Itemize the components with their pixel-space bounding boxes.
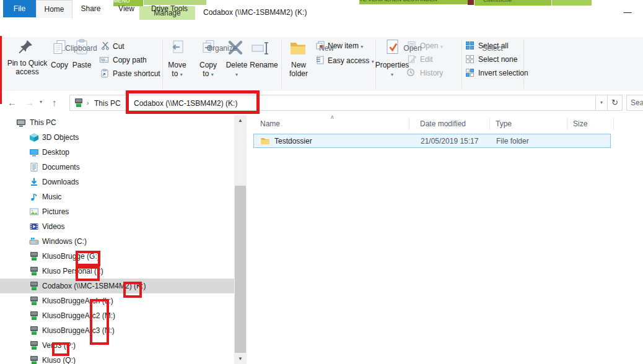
background-fragment-client: Cliëntfiche [475,0,551,6]
sidebar-item-klusobruggearc2-m[interactable]: KlusoBruggeArc2 (M:) [0,308,234,323]
sidebar-item-documents[interactable]: Documents [0,160,234,175]
forward-icon[interactable]: → [25,97,34,108]
sidebar-item-kluso-personal-i[interactable]: Kluso Personal (I:) [0,264,234,279]
background-fragment-verifieren: TE VERIFIEREN BESTANDEN [359,0,468,4]
annotation-strip-left-edge [0,36,2,104]
column-divider[interactable] [409,118,409,130]
ribbon-separator [281,39,282,89]
pin-to-quick-access-button[interactable]: Pin to Quick access [2,59,52,76]
history-button[interactable]: History [420,67,443,79]
dropdown-chevron-icon: ▾ [235,72,238,77]
rename-button[interactable]: Rename [247,61,281,69]
copy-to-button[interactable]: Copyto ▾ [193,61,223,79]
sidebar-item-kluso-q[interactable]: Kluso (Q:) [0,353,234,364]
select-none-button[interactable]: Select none [478,54,517,65]
group-caption-open: Open [391,44,434,53]
desktop-icon [29,147,39,157]
sidebar-item-codabox-mc-1sbm4m2-k[interactable]: Codabox (\\MC-1SBM4M2) (K:) [0,279,234,293]
group-caption-new: New [305,44,348,53]
column-divider[interactable] [489,118,490,130]
group-caption-organize: Organize [200,44,243,53]
sidebar-item-pictures[interactable]: Pictures [0,204,234,219]
file-date-modified: 21/05/2019 15:17 [421,136,478,146]
background-fragment-bar2 [552,0,592,6]
netdrive-icon [29,281,39,291]
rename-icon[interactable] [252,40,269,58]
sidebar-item-klusobruggearch-l[interactable]: KlusoBruggeArch (L:) [0,293,234,308]
move-to-label2: to [172,69,178,78]
sidebar-item-label: This PC [30,115,56,130]
breadcrumb-chevron-icon[interactable]: › [87,97,89,110]
back-icon[interactable]: ← [7,97,17,108]
delete-label: Delete [226,61,248,69]
annotation-box-drives-lmn [90,299,109,345]
move-to-label: Move [168,61,186,69]
folder-icon [260,136,270,146]
paste-shortcut-icon [100,69,109,77]
sidebar-scrollbar[interactable]: ▲ ▼ [234,115,247,364]
svg-text:W: W [101,58,105,62]
copy-path-button[interactable]: Copy path [113,54,147,66]
column-header-name[interactable]: Name [260,115,280,132]
column-header-date-modified[interactable]: Date modified [420,115,466,132]
sidebar-item-3d-objects[interactable]: 3D Objects [0,130,234,145]
new-folder-icon[interactable] [289,39,306,56]
sidebar-item-desktop[interactable]: Desktop [0,145,234,160]
move-to-icon[interactable] [168,39,186,56]
dropdown-chevron-icon: ▾ [180,72,183,77]
minimize-button[interactable]: — [617,6,638,20]
up-icon[interactable]: ↑ [52,97,57,108]
column-divider[interactable] [613,118,614,130]
dropdown-chevron-icon: ▾ [440,44,443,50]
sidebar-item-videos[interactable]: Videos [0,219,234,234]
scrollbar-thumb[interactable] [235,186,246,353]
sidebar-item-label: Windows (C:) [42,234,87,249]
breadcrumb-this-pc[interactable]: This PC [94,97,121,110]
sidebar-item-klusobrugge-g[interactable]: KlusoBrugge (G:) [0,249,234,264]
tab-share[interactable]: Share [72,0,109,17]
file-row-testdossier[interactable]: Testdossier 21/05/2019 15:17 File folder [253,134,611,148]
paste-shortcut-button[interactable]: Paste shortcut [113,68,160,79]
column-header-size[interactable]: Size [573,115,587,132]
sidebar-item-this-pc[interactable]: This PC [0,115,234,130]
move-to-button[interactable]: Moveto ▾ [162,61,192,79]
sidebar-item-downloads[interactable]: Downloads [0,175,234,189]
easy-access-button[interactable]: Easy access ▾ [328,55,374,66]
music-icon [29,192,39,202]
tab-drive-tools[interactable]: Drive Tools [144,0,195,17]
paste-button[interactable]: Paste [68,61,95,69]
pin-icon[interactable] [17,38,34,56]
scroll-down-icon[interactable]: ▼ [234,353,247,364]
netdrive-icon [29,326,39,336]
downloads-icon [29,177,39,187]
sidebar-item-vero3-p[interactable]: Vero3 (P:) [0,338,234,353]
netdrive-icon [29,251,39,261]
netdrive-icon [29,340,39,350]
cut-button[interactable]: Cut [113,41,125,52]
recent-locations-chevron-icon[interactable]: ▾ [40,99,42,105]
search-input[interactable]: Sea [626,95,643,111]
tab-file[interactable]: File [3,0,36,17]
properties-label: Properties [375,61,409,69]
sidebar-item-music[interactable]: Music [0,189,234,204]
dropdown-chevron-icon: ▾ [391,72,393,77]
sidebar-item-windows-c[interactable]: Windows (C:) [0,234,234,249]
tab-view[interactable]: View [109,0,144,17]
sidebar-item-klusobruggearc3-n[interactable]: KlusoBruggeArc3 (N:) [0,323,234,338]
column-header-type[interactable]: Type [496,115,512,132]
address-dropdown-chevron-icon[interactable]: ▾ [596,95,608,111]
annotation-box-drive-i [76,266,100,281]
scroll-up-icon[interactable]: ▲ [234,115,247,126]
netdrive-icon [29,266,39,276]
column-divider[interactable] [567,118,567,130]
videos-icon [29,222,39,232]
copy-path-icon: W [100,55,108,64]
invert-selection-button[interactable]: Invert selection [478,67,528,79]
refresh-icon[interactable]: ↻ [607,95,623,111]
tab-home[interactable]: Home [36,0,72,18]
easy-access-label: Easy access [328,56,369,65]
new-folder-button[interactable]: Newfolder [282,61,315,78]
invert-selection-icon [466,69,474,77]
annotation-box-drive-p [52,342,69,356]
edit-button[interactable]: Edit [420,54,433,65]
